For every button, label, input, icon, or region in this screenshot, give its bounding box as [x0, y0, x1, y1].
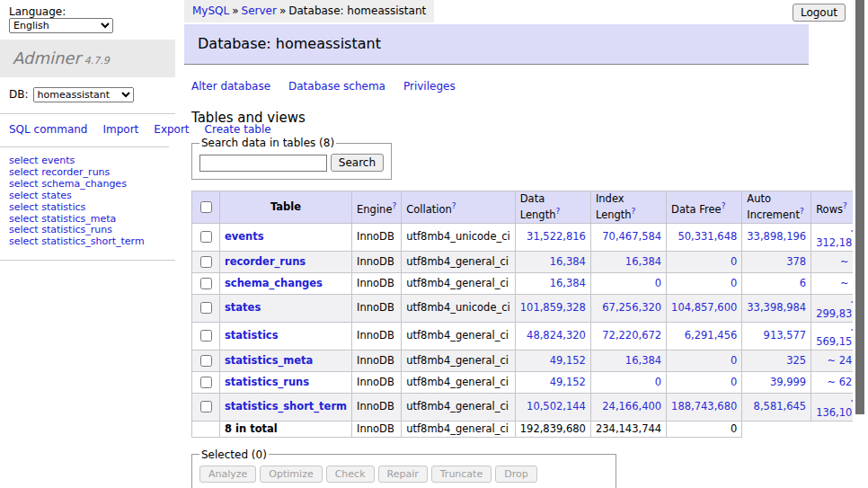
- breadcrumb-current: Database: homeassistant: [288, 4, 426, 17]
- link-auto-increment[interactable]: 39,999: [770, 376, 806, 388]
- link-data-free[interactable]: 0: [731, 277, 737, 289]
- help-link-index-length[interactable]: ?: [632, 207, 636, 216]
- language-select[interactable]: English: [9, 18, 113, 33]
- help-link-data-free[interactable]: ?: [722, 201, 726, 210]
- sidebar-select-statistics-short-term[interactable]: select statistics_short_term: [9, 236, 166, 248]
- link-data-free[interactable]: 104,857,600: [671, 301, 737, 314]
- link-data-length[interactable]: 49,152: [550, 376, 586, 388]
- table-link-statistics-runs[interactable]: statistics_runs: [225, 376, 309, 388]
- link-data-length[interactable]: 10,502,144: [527, 400, 586, 413]
- column-header-index-length: Index Length?: [590, 191, 666, 224]
- row-checkbox[interactable]: [200, 377, 212, 388]
- select-all-checkbox[interactable]: [200, 201, 212, 213]
- link-data-free[interactable]: 0: [731, 376, 737, 388]
- total-collation: utf8mb4_general_ci: [402, 421, 516, 437]
- table-link-states[interactable]: states: [225, 301, 261, 314]
- link-auto-increment[interactable]: 325: [786, 354, 806, 367]
- link-index-length[interactable]: 16,384: [625, 255, 661, 268]
- selected-buttons: AnalyzeOptimizeCheckRepairTruncateDrop: [199, 466, 608, 483]
- table-link-statistics-short-term[interactable]: statistics_short_term: [225, 400, 347, 413]
- search-input[interactable]: [199, 155, 327, 172]
- row-checkbox[interactable]: [200, 231, 212, 243]
- link-auto-increment[interactable]: 33,398,984: [747, 301, 806, 314]
- sidebar-select-states[interactable]: select states: [9, 191, 166, 202]
- cell-data-free: 104,857,600: [667, 294, 742, 322]
- breadcrumb-separator: »: [279, 4, 286, 17]
- link-data-length[interactable]: 31,522,816: [527, 230, 586, 243]
- link-data-free[interactable]: 0: [731, 255, 737, 268]
- scrollbar-track[interactable]: [853, 0, 868, 488]
- cell-data-length: 49,152: [515, 371, 590, 393]
- sidebar-select-statistics[interactable]: select statistics: [9, 202, 166, 214]
- row-checkbox[interactable]: [200, 302, 212, 314]
- breadcrumb-mysql-link[interactable]: MySQL: [192, 4, 229, 17]
- link-auto-increment[interactable]: 33,898,196: [747, 230, 806, 243]
- link-auto-increment[interactable]: 8,581,645: [754, 400, 807, 413]
- link-privileges[interactable]: Privileges: [403, 80, 456, 93]
- link-data-length[interactable]: 49,152: [550, 354, 586, 367]
- help-link-data-length[interactable]: ?: [555, 207, 560, 216]
- sidebar-table-links: select eventsselect recorder_runsselect …: [0, 147, 175, 261]
- drop-button[interactable]: Drop: [495, 466, 536, 483]
- link-auto-increment[interactable]: 378: [786, 255, 806, 268]
- check-button[interactable]: Check: [326, 466, 375, 483]
- link-index-length[interactable]: 16,384: [625, 354, 661, 367]
- sidebar-action-sql-command[interactable]: SQL command: [9, 123, 87, 136]
- link-index-length[interactable]: 0: [655, 277, 661, 289]
- cell-data-free: 0: [667, 251, 742, 272]
- sidebar-select-recorder-runs[interactable]: select recorder_runs: [9, 167, 166, 179]
- help-link-engine[interactable]: ?: [392, 201, 396, 210]
- help-link-collation[interactable]: ?: [452, 201, 456, 210]
- link-data-length[interactable]: 16,384: [550, 255, 586, 268]
- analyze-button[interactable]: Analyze: [199, 466, 256, 483]
- cell-auto-increment: 913,577: [742, 322, 811, 350]
- table-link-recorder-runs[interactable]: recorder_runs: [225, 255, 306, 268]
- truncate-button[interactable]: Truncate: [431, 466, 492, 483]
- table-link-events[interactable]: events: [225, 230, 264, 243]
- row-checkbox[interactable]: [200, 256, 212, 268]
- sidebar-select-events[interactable]: select events: [9, 155, 166, 167]
- help-link-rows[interactable]: ?: [843, 201, 847, 210]
- db-selector-row: DB:homeassistant: [0, 77, 175, 114]
- link-index-length[interactable]: 24,166,400: [602, 400, 661, 413]
- link-data-length[interactable]: 16,384: [550, 277, 586, 289]
- table-link-statistics[interactable]: statistics: [225, 329, 279, 342]
- sidebar-action-import[interactable]: Import: [102, 123, 138, 136]
- link-auto-increment[interactable]: 6: [800, 277, 806, 289]
- link-index-length[interactable]: 0: [655, 376, 661, 388]
- help-link-auto-increment[interactable]: ?: [800, 207, 804, 216]
- search-button[interactable]: Search: [331, 154, 384, 172]
- row-checkbox[interactable]: [200, 355, 212, 367]
- link-alter-database[interactable]: Alter database: [191, 80, 270, 93]
- cell-engine: InnoDB: [352, 251, 402, 272]
- link-data-free[interactable]: 188,743,680: [671, 400, 737, 413]
- link-data-free[interactable]: 0: [731, 354, 737, 367]
- link-index-length[interactable]: 67,256,320: [602, 301, 661, 314]
- table-link-statistics-meta[interactable]: statistics_meta: [225, 354, 313, 367]
- db-select[interactable]: homeassistant: [33, 87, 134, 102]
- link-data-length[interactable]: 101,859,328: [520, 301, 586, 314]
- link-data-free[interactable]: 6,291,456: [685, 329, 738, 342]
- cell-index-length: 16,384: [590, 350, 666, 371]
- link-auto-increment[interactable]: 913,577: [764, 329, 807, 342]
- optimize-button[interactable]: Optimize: [260, 466, 322, 483]
- link-database-schema[interactable]: Database schema: [288, 80, 385, 93]
- cell-auto-increment: 33,898,196: [742, 223, 811, 251]
- selected-legend: Selected (0): [199, 448, 269, 461]
- column-header-data-free: Data Free?: [667, 191, 742, 224]
- scrollbar-thumb[interactable]: [855, 0, 864, 414]
- table-row: schema_changesInnoDButf8mb4_general_ci16…: [192, 272, 868, 294]
- breadcrumb-server-link[interactable]: Server: [242, 4, 277, 17]
- table-link-schema-changes[interactable]: schema_changes: [225, 277, 323, 289]
- row-checkbox[interactable]: [200, 330, 212, 342]
- row-checkbox[interactable]: [200, 278, 212, 289]
- sidebar-select-schema-changes[interactable]: select schema_changes: [9, 179, 166, 191]
- link-index-length[interactable]: 70,467,584: [602, 230, 661, 243]
- cell-collation: utf8mb4_general_ci: [402, 350, 516, 371]
- link-index-length[interactable]: 72,220,672: [602, 329, 661, 342]
- repair-button[interactable]: Repair: [378, 466, 428, 483]
- logout-button[interactable]: Logout: [793, 4, 846, 22]
- link-data-length[interactable]: 48,824,320: [527, 329, 586, 342]
- link-data-free[interactable]: 50,331,648: [678, 230, 737, 243]
- row-checkbox[interactable]: [200, 401, 212, 413]
